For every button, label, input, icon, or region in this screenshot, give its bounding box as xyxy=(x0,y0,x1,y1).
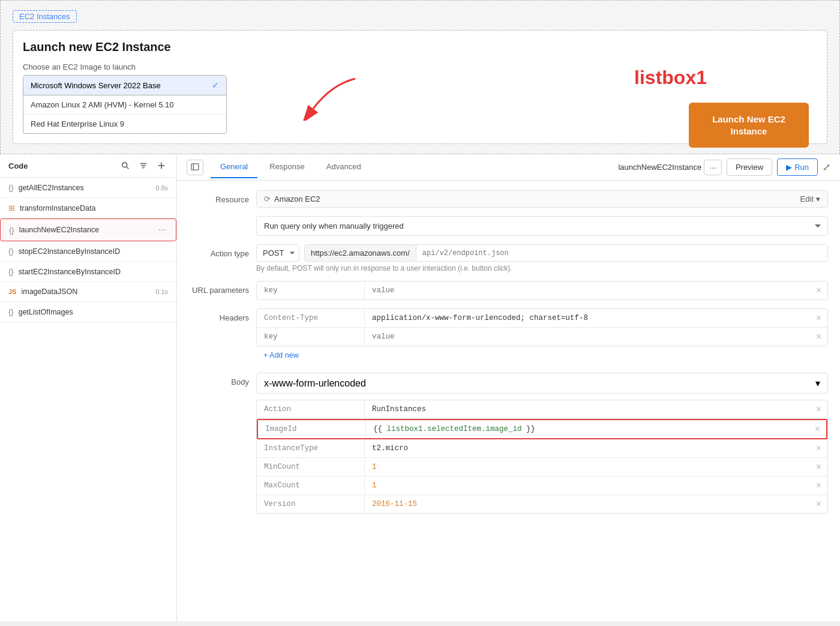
dropdown-container[interactable]: Microsoft Windows Server 2022 Base ✓ Ama… xyxy=(23,75,227,134)
url-params-content: × xyxy=(256,281,828,300)
dropdown-item-2[interactable]: Red Hat Enterprise Linux 9 xyxy=(23,115,226,133)
search-icon[interactable] xyxy=(119,160,132,171)
item-name-imageDataJSON: imageDataJSON xyxy=(21,287,151,296)
query-name-label: launchNewEC2Instance xyxy=(618,163,701,172)
body-type-select[interactable]: x-www-form-urlencoded ▾ xyxy=(256,373,828,394)
curly-icon-2: {} xyxy=(9,226,14,235)
item-name-getAllEC2Instances: getAllEC2Instances xyxy=(19,184,151,192)
item-name-getListOfImages: getListOfImages xyxy=(19,308,168,316)
body-key-action: Action xyxy=(257,401,365,418)
method-select[interactable]: POST xyxy=(256,244,299,262)
expand-button[interactable]: ⤢ xyxy=(823,161,830,173)
query-more-options-button[interactable]: ··· xyxy=(704,160,722,175)
tab-advanced[interactable]: Advanced xyxy=(317,156,371,178)
body-delete-version[interactable]: × xyxy=(810,495,827,513)
panel-toggle-button[interactable] xyxy=(187,160,203,175)
body-delete-maxcount[interactable]: × xyxy=(810,477,827,495)
body-delete-instancetype[interactable]: × xyxy=(810,439,827,457)
body-delete-imageid[interactable]: × xyxy=(809,420,826,438)
edit-resource-button[interactable]: Edit ▾ xyxy=(800,194,820,203)
url-param-value xyxy=(365,282,810,299)
header-value-2 xyxy=(365,328,810,345)
imageid-code-open: {{ xyxy=(373,425,387,433)
body-value-version: 2016-11-15 xyxy=(365,496,810,513)
body-row-mincount: MinCount 1 × xyxy=(257,458,827,477)
header-value-2-input[interactable] xyxy=(372,333,803,341)
right-panel: General Response Advanced launchNewEC2In… xyxy=(177,154,840,621)
dropdown-selected[interactable]: Microsoft Windows Server 2022 Base ✓ xyxy=(23,76,226,95)
header-row-1: Content-Type application/x-www-form-urle… xyxy=(257,309,827,328)
sidebar-item-getListOfImages[interactable]: {} getListOfImages xyxy=(0,302,176,322)
body-row-instancetype: InstanceType t2.micro × xyxy=(257,439,827,458)
trigger-select[interactable]: Run query only when manually triggered xyxy=(256,216,828,236)
url-param-value-input[interactable] xyxy=(372,286,803,295)
sidebar-item-imageDataJSON[interactable]: JS imageDataJSON 0.1s xyxy=(0,282,176,302)
body-delete-action[interactable]: × xyxy=(810,400,827,418)
resource-name-text: Amazon EC2 xyxy=(274,194,320,203)
add-code-button[interactable] xyxy=(155,160,168,171)
body-value-action: RunInstances xyxy=(365,401,810,418)
body-value-instancetype: t2.micro xyxy=(365,440,810,457)
url-param-key-input[interactable] xyxy=(264,286,357,295)
resource-content: ⟳ Amazon EC2 Edit ▾ xyxy=(256,190,828,208)
item-badge-imageDataJSON: 0.1s xyxy=(155,288,168,295)
ec2-instances-badge: EC2 Instances xyxy=(13,10,77,23)
body-value-maxcount: 1 xyxy=(365,477,810,494)
main-layout: Code xyxy=(0,154,840,621)
body-delete-mincount[interactable]: × xyxy=(810,458,827,476)
url-params-label: URL parameters xyxy=(189,281,249,295)
run-play-icon: ▶ xyxy=(786,163,792,172)
body-row-maxcount: MaxCount 1 × xyxy=(257,477,827,495)
url-params-row: URL parameters × xyxy=(189,281,828,300)
run-button[interactable]: ▶ Run xyxy=(777,158,818,176)
body-key-version: Version xyxy=(257,496,365,513)
preview-area: EC2 Instances Launch new EC2 Instance li… xyxy=(0,0,840,154)
tab-general[interactable]: General xyxy=(211,156,257,178)
header-key-1: Content-Type xyxy=(257,310,365,327)
header-row-2: × xyxy=(257,328,827,346)
sidebar-item-startEC2InstanceByInstanceID[interactable]: {} startEC2InstanceByInstanceID xyxy=(0,262,176,282)
tab-response[interactable]: Response xyxy=(260,156,314,178)
sidebar-actions xyxy=(119,160,168,171)
curly-icon-3: {} xyxy=(8,247,14,256)
launch-new-ec2-button[interactable]: Launch New EC2 Instance xyxy=(689,103,809,148)
item-name-launchNewEC2Instance: launchNewEC2Instance xyxy=(19,226,148,234)
url-params-row-1: × xyxy=(257,281,827,299)
url-path-input[interactable] xyxy=(416,245,827,261)
header-key-2-input[interactable] xyxy=(264,333,357,341)
sidebar-item-getAllEC2Instances[interactable]: {} getAllEC2Instances 0.8s xyxy=(0,178,176,198)
header-delete-button-2[interactable]: × xyxy=(810,328,827,346)
add-new-header-link[interactable]: + Add new xyxy=(256,346,306,364)
imageid-code-ref: listbox1.selectedItem.image_id xyxy=(387,425,522,433)
body-content: x-www-form-urlencoded ▾ Action RunInstan… xyxy=(256,373,828,514)
edit-label: Edit xyxy=(800,194,814,203)
dropdown-item-1[interactable]: Amazon Linux 2 AMI (HVM) - Kernel 5.10 xyxy=(23,95,226,115)
body-key-imageid: ImageId xyxy=(258,421,366,438)
header-delete-button-1[interactable]: × xyxy=(810,309,827,327)
resource-row: Resource ⟳ Amazon EC2 Edit ▾ xyxy=(189,190,828,208)
sidebar-item-launchNewEC2Instance[interactable]: {} launchNewEC2Instance ··· xyxy=(0,218,176,241)
svg-point-1 xyxy=(122,163,127,167)
launch-form-container: Launch new EC2 Instance listbox1 Choose … xyxy=(13,30,827,144)
body-row-imageid: ImageId {{ listbox1.selectedItem.image_i… xyxy=(257,419,827,439)
body-params-table: Action RunInstances × ImageId {{ listbox… xyxy=(256,400,828,514)
action-type-content: POST https://ec2.amazonaws.com/ By defau… xyxy=(256,244,828,272)
launch-title: Launch new EC2 Instance xyxy=(23,40,171,54)
resource-name: ⟳ Amazon EC2 xyxy=(264,194,320,203)
curly-icon-1: {} xyxy=(8,183,14,192)
dropdown-main[interactable]: Microsoft Windows Server 2022 Base ✓ Ama… xyxy=(23,75,227,134)
resource-icon: ⟳ xyxy=(264,194,271,203)
sidebar-item-stopEC2InstanceByInstanceID[interactable]: {} stopEC2InstanceByInstanceID xyxy=(0,241,176,262)
sidebar-item-transformInstanceData[interactable]: ⊞ transformInstanceData xyxy=(0,198,176,218)
more-options-icon[interactable]: ··· xyxy=(157,224,167,235)
body-key-instancetype: InstanceType xyxy=(257,440,365,457)
body-type-chevron-icon: ▾ xyxy=(815,378,820,389)
filter-icon[interactable] xyxy=(137,160,150,171)
transform-icon: ⊞ xyxy=(8,203,15,212)
headers-row: Headers Content-Type application/x-www-f… xyxy=(189,308,828,364)
body-value-imageid: {{ listbox1.selectedItem.image_id }} xyxy=(366,421,809,438)
url-base: https://ec2.amazonaws.com/ xyxy=(305,245,416,261)
imageid-code: {{ listbox1.selectedItem.image_id }} xyxy=(373,425,535,433)
preview-button[interactable]: Preview xyxy=(727,158,772,176)
url-param-delete-button[interactable]: × xyxy=(810,281,827,299)
